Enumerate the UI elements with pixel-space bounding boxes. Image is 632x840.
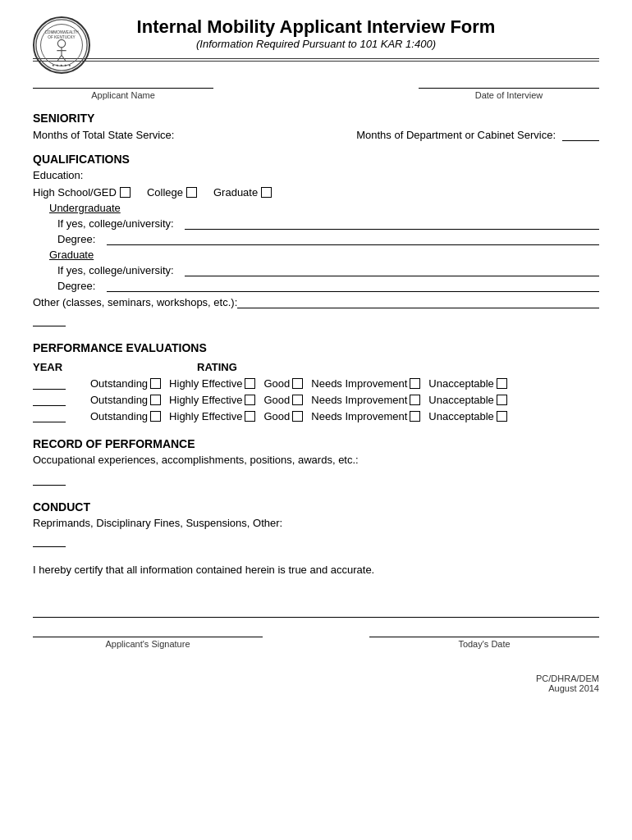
good-checkbox-3[interactable] bbox=[292, 411, 303, 422]
undergrad-college-label: If yes, college/university: bbox=[57, 217, 185, 230]
applicant-name-line[interactable] bbox=[33, 74, 213, 89]
unacceptable-checkbox-2[interactable] bbox=[497, 395, 507, 405]
conduct-line[interactable] bbox=[33, 534, 66, 547]
form-title: Internal Mobility Applicant Interview Fo… bbox=[33, 16, 599, 38]
grad-college-line[interactable] bbox=[185, 263, 599, 276]
outstanding-checkbox-1[interactable] bbox=[150, 378, 161, 389]
grad-college-label: If yes, college/university: bbox=[57, 264, 185, 276]
record-line[interactable] bbox=[33, 472, 66, 486]
good-label-2: Good bbox=[263, 394, 290, 406]
unacceptable-label-3: Unacceptable bbox=[428, 410, 494, 422]
svg-point-4 bbox=[57, 39, 65, 47]
year-blank-3 bbox=[33, 409, 90, 422]
other-line[interactable] bbox=[237, 295, 599, 308]
eval-checks-1: Outstanding Highly Effective Good Needs … bbox=[90, 377, 599, 390]
eval-row-2: Outstanding Highly Effective Good Needs … bbox=[33, 393, 599, 406]
name-date-row: Applicant Name Date of Interview bbox=[33, 74, 599, 100]
college-checkbox[interactable] bbox=[186, 187, 197, 198]
applicant-name-field: Applicant Name bbox=[33, 74, 213, 100]
form-subtitle: (Information Required Pursuant to 101 KA… bbox=[33, 38, 599, 50]
good-2: Good bbox=[263, 394, 303, 406]
needs-improvement-checkbox-1[interactable] bbox=[410, 378, 420, 389]
eval-checks-3: Outstanding Highly Effective Good Needs … bbox=[90, 410, 599, 422]
highly-effective-2: Highly Effective bbox=[169, 394, 255, 406]
date-interview-label: Date of Interview bbox=[475, 90, 543, 100]
good-label-3: Good bbox=[263, 410, 290, 422]
svg-text:★ ★ ★ ★ ★: ★ ★ ★ ★ ★ bbox=[52, 64, 71, 67]
education-label: Education: bbox=[33, 169, 599, 181]
outstanding-label-3: Outstanding bbox=[90, 410, 148, 422]
highly-effective-checkbox-2[interactable] bbox=[245, 395, 255, 405]
graduate-label: Graduate bbox=[213, 186, 258, 199]
svg-point-0 bbox=[36, 20, 87, 71]
year-blank-1 bbox=[33, 377, 90, 390]
qualifications-title: QUALIFICATIONS bbox=[33, 153, 599, 166]
edu-checkboxes-row: High School/GED College Graduate bbox=[33, 186, 599, 199]
outstanding-2: Outstanding bbox=[90, 394, 161, 406]
needs-improvement-checkbox-3[interactable] bbox=[410, 411, 420, 422]
highly-effective-3: Highly Effective bbox=[169, 410, 255, 422]
outstanding-label-1: Outstanding bbox=[90, 377, 148, 390]
needs-improvement-label-3: Needs Improvement bbox=[311, 410, 407, 422]
undergrad-degree-row: Degree: bbox=[57, 232, 599, 245]
outstanding-checkbox-3[interactable] bbox=[150, 411, 161, 422]
high-school-checkbox[interactable] bbox=[120, 187, 131, 198]
good-checkbox-1[interactable] bbox=[292, 378, 303, 389]
undergrad-degree-line[interactable] bbox=[107, 232, 599, 245]
year-line-2[interactable] bbox=[33, 393, 66, 406]
undergrad-college-row: If yes, college/university: bbox=[57, 217, 599, 230]
undergrad-degree-label: Degree: bbox=[57, 233, 107, 245]
unacceptable-1: Unacceptable bbox=[428, 377, 507, 390]
unacceptable-checkbox-1[interactable] bbox=[497, 378, 507, 389]
good-checkbox-2[interactable] bbox=[292, 395, 303, 405]
grad-degree-label: Degree: bbox=[57, 280, 107, 292]
undergraduate-label: Undergraduate bbox=[49, 202, 599, 214]
eval-row-1: Outstanding Highly Effective Good Needs … bbox=[33, 377, 599, 390]
needs-improvement-3: Needs Improvement bbox=[311, 410, 420, 422]
highly-effective-checkbox-1[interactable] bbox=[245, 378, 255, 389]
year-line-1[interactable] bbox=[33, 377, 66, 390]
conduct-title: CONDUCT bbox=[33, 500, 599, 514]
other-row: Other (classes, seminars, workshops, etc… bbox=[33, 295, 599, 308]
months-dept-line[interactable] bbox=[562, 128, 599, 141]
needs-improvement-checkbox-2[interactable] bbox=[410, 395, 420, 405]
high-school-item: High School/GED bbox=[33, 186, 131, 199]
svg-text:COMMONWEALTH: COMMONWEALTH bbox=[44, 30, 79, 34]
months-dept-label: Months of Department or Cabinet Service: bbox=[356, 129, 556, 141]
today-date-block: Today's Date bbox=[369, 623, 599, 649]
grad-college-row: If yes, college/university: bbox=[57, 263, 599, 276]
year-line-3[interactable] bbox=[33, 409, 66, 422]
good-1: Good bbox=[263, 377, 303, 390]
undergrad-college-line[interactable] bbox=[185, 217, 599, 230]
applicant-signature-line[interactable] bbox=[33, 623, 263, 637]
other-blank-line[interactable] bbox=[33, 313, 66, 326]
highly-effective-label-3: Highly Effective bbox=[169, 410, 242, 422]
conduct-section: CONDUCT Reprimands, Disciplinary Fines, … bbox=[33, 500, 599, 547]
eval-row-3: Outstanding Highly Effective Good Needs … bbox=[33, 409, 599, 422]
date-interview-line[interactable] bbox=[419, 74, 599, 89]
high-school-label: High School/GED bbox=[33, 186, 117, 199]
grad-degree-line[interactable] bbox=[107, 279, 599, 292]
page-header: COMMONWEALTH OF KENTUCKY ★ ★ ★ ★ ★ Inter… bbox=[33, 16, 599, 50]
grad-degree-row: Degree: bbox=[57, 279, 599, 292]
highly-effective-checkbox-3[interactable] bbox=[245, 411, 255, 422]
year-blank-2 bbox=[33, 393, 90, 406]
graduate-checkbox[interactable] bbox=[261, 187, 272, 198]
year-col-header: YEAR bbox=[33, 361, 90, 373]
record-title: RECORD OF PERFORMANCE bbox=[33, 437, 599, 450]
logo: COMMONWEALTH OF KENTUCKY ★ ★ ★ ★ ★ bbox=[33, 16, 90, 74]
outstanding-checkbox-2[interactable] bbox=[150, 395, 161, 405]
outstanding-3: Outstanding bbox=[90, 410, 161, 422]
good-3: Good bbox=[263, 410, 303, 422]
date-interview-field: Date of Interview bbox=[419, 74, 599, 100]
svg-line-8 bbox=[62, 55, 66, 61]
highly-effective-label-2: Highly Effective bbox=[169, 394, 242, 406]
unacceptable-checkbox-3[interactable] bbox=[497, 411, 507, 422]
record-description: Occupational experiences, accomplishment… bbox=[33, 454, 599, 466]
today-date-line[interactable] bbox=[369, 623, 599, 637]
needs-improvement-label-2: Needs Improvement bbox=[311, 394, 407, 406]
perf-header-row: YEAR RATING bbox=[33, 361, 599, 373]
outstanding-label-2: Outstanding bbox=[90, 394, 148, 406]
graduate-section-label: Graduate bbox=[49, 249, 599, 261]
title-block: Internal Mobility Applicant Interview Fo… bbox=[33, 16, 599, 50]
